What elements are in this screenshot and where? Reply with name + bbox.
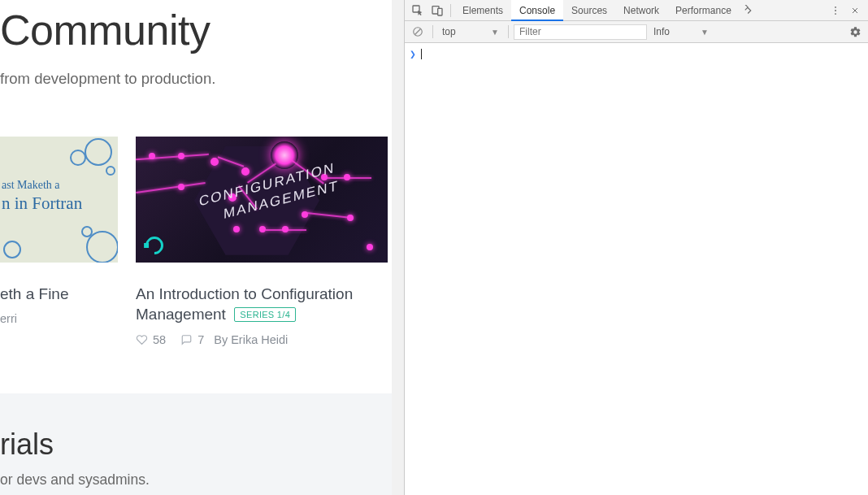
digitalocean-logo-icon <box>141 232 167 258</box>
console-settings-icon[interactable] <box>845 22 865 41</box>
page-subtitle: from development to production. <box>0 70 404 88</box>
close-devtools-icon[interactable] <box>845 1 865 20</box>
article-meta: erri <box>0 312 118 325</box>
article-thumbnail: ast Maketh a n in Fortran <box>0 137 118 263</box>
thumb-text-line2: n in Fortran <box>2 193 82 214</box>
tab-sources[interactable]: Sources <box>563 0 615 21</box>
section-subtitle: or devs and sysadmins. <box>0 471 404 488</box>
context-value: top <box>442 26 456 37</box>
tab-network[interactable]: Network <box>615 0 667 21</box>
console-filter-input[interactable] <box>514 24 647 40</box>
tab-elements[interactable]: Elements <box>454 0 511 21</box>
more-tabs-icon[interactable] <box>740 1 759 20</box>
like-count: 58 <box>153 333 166 346</box>
article-card-config-mgmt[interactable]: CONFIGURATION MANAGEMENT An Introduction… <box>136 137 388 346</box>
thumb-text-line1: ast Maketh a <box>2 179 82 192</box>
article-byline-fragment: erri <box>0 312 17 325</box>
console-toolbar: top ▼ Info ▼ <box>405 21 868 43</box>
article-title: eth a Fine <box>0 284 118 305</box>
section-title: rials <box>0 428 404 462</box>
context-select[interactable]: top ▼ <box>438 24 503 40</box>
tab-performance[interactable]: Performance <box>667 0 740 21</box>
article-thumbnail: CONFIGURATION MANAGEMENT <box>136 137 388 263</box>
comment-icon[interactable] <box>180 334 193 345</box>
tab-console[interactable]: Console <box>511 0 563 21</box>
clear-console-icon[interactable] <box>408 22 427 41</box>
device-toolbar-icon[interactable] <box>427 1 447 20</box>
tutorials-section: rials or devs and sysadmins. <box>0 393 404 495</box>
kebab-menu-icon[interactable] <box>826 1 845 20</box>
log-level-select[interactable]: Info ▼ <box>650 26 712 37</box>
comment-count: 7 <box>197 333 204 346</box>
chevron-down-icon: ▼ <box>491 28 499 37</box>
svg-point-3 <box>835 6 836 7</box>
console-cursor <box>421 49 422 59</box>
console-prompt-icon: ❯ <box>410 48 416 60</box>
console-body[interactable]: ❯ <box>405 43 868 495</box>
article-card-fortran[interactable]: ast Maketh a n in Fortran eth a Fine err… <box>0 137 118 346</box>
page-content: Community from development to production… <box>0 0 404 495</box>
article-meta: 58 7 By Erika Heidi <box>136 333 388 346</box>
log-level-value: Info <box>653 26 670 37</box>
devtools-panel: Elements Console Sources Network Perform… <box>404 0 868 495</box>
svg-rect-2 <box>438 8 442 15</box>
page-scrollbar[interactable] <box>392 0 404 495</box>
inspect-element-icon[interactable] <box>408 1 427 20</box>
page-title: Community <box>0 7 404 55</box>
heart-icon[interactable] <box>136 334 148 345</box>
series-badge: SERIES 1/4 <box>234 307 296 322</box>
console-prompt-line[interactable]: ❯ <box>410 46 863 61</box>
chevron-down-icon: ▼ <box>701 28 709 37</box>
devtools-tab-bar: Elements Console Sources Network Perform… <box>405 0 868 21</box>
by-prefix: By <box>214 333 228 346</box>
svg-point-4 <box>835 10 836 11</box>
svg-point-5 <box>835 13 836 15</box>
cards-row: ast Maketh a n in Fortran eth a Fine err… <box>0 137 404 346</box>
article-author: Erika Heidi <box>231 333 288 346</box>
